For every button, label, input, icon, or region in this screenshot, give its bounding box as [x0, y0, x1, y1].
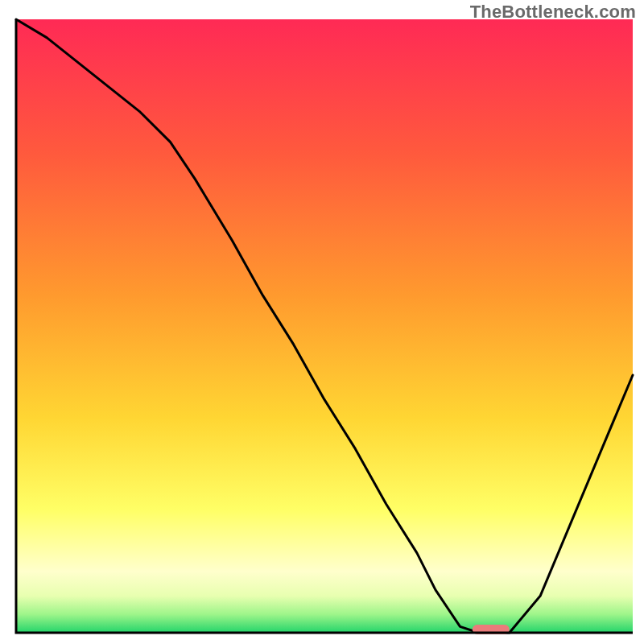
chart-frame: TheBottleneck.com — [0, 0, 644, 644]
watermark-text: TheBottleneck.com — [470, 2, 636, 23]
plot-background — [16, 19, 633, 633]
bottleneck-chart — [0, 0, 644, 644]
